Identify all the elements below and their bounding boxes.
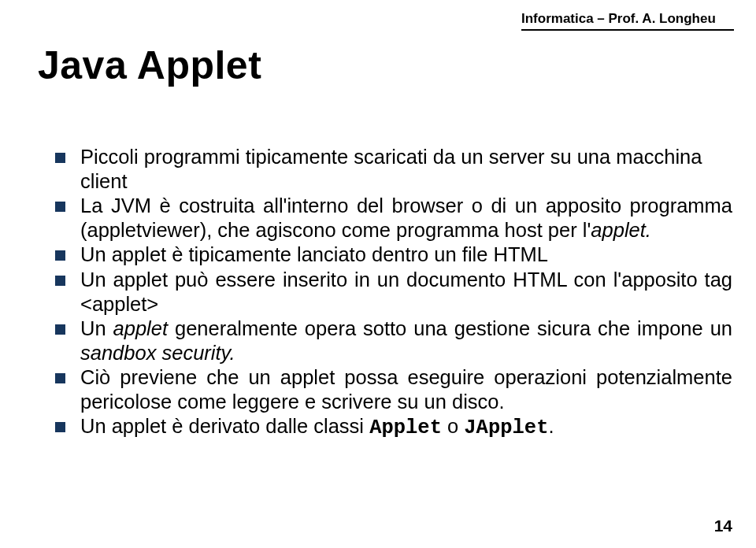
bullet-text: o [442, 415, 464, 437]
list-item: Un applet è tipicamente lanciato dentro … [54, 243, 732, 267]
bullet-text: Un applet è tipicamente lanciato dentro … [80, 243, 548, 265]
bullet-text: . [548, 415, 554, 437]
list-item: Piccoli programmi tipicamente scaricati … [54, 145, 732, 194]
content-area: Piccoli programmi tipicamente scaricati … [54, 145, 732, 440]
bullet-text: Ciò previene che un applet possa eseguir… [80, 366, 732, 413]
header: Informatica – Prof. A. Longheu [521, 11, 734, 31]
list-item: La JVM è costruita all'interno del brows… [54, 194, 732, 243]
bullet-text: Un applet è derivato dalle classi [80, 415, 369, 437]
slide-title: Java Applet [38, 43, 261, 88]
list-item: Ciò previene che un applet possa eseguir… [54, 365, 732, 414]
bullet-text-italic: applet. [591, 219, 651, 241]
list-item: Un applet può essere inserito in un docu… [54, 268, 732, 317]
bullet-text-mono: JApplet [464, 417, 548, 439]
bullet-list: Piccoli programmi tipicamente scaricati … [54, 145, 732, 440]
slide-page: Informatica – Prof. A. Longheu Java Appl… [0, 0, 756, 548]
list-item: Un applet è derivato dalle classi Applet… [54, 414, 732, 440]
list-item: Un applet generalmente opera sotto una g… [54, 317, 732, 365]
header-rule [521, 29, 734, 31]
bullet-text-italic: sandbox security. [80, 342, 235, 364]
bullet-text-italic: applet [113, 317, 168, 339]
bullet-text: generalmente opera sotto una gestione si… [168, 317, 732, 339]
header-text: Informatica – Prof. A. Longheu [521, 11, 734, 27]
bullet-text: Piccoli programmi tipicamente scaricati … [80, 146, 702, 192]
page-number: 14 [714, 517, 732, 535]
bullet-text-mono: Applet [369, 417, 442, 439]
bullet-text: Un applet può essere inserito in un docu… [80, 268, 732, 315]
bullet-text: Un [80, 317, 113, 339]
